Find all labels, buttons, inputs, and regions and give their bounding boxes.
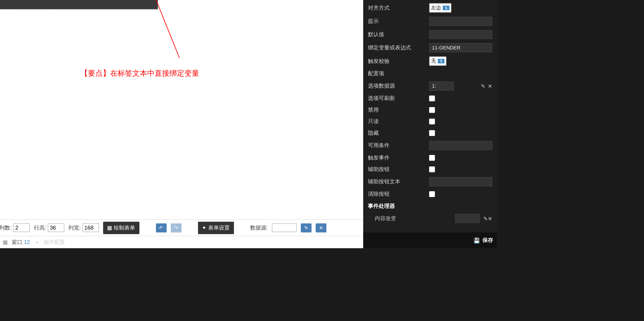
cols-input[interactable] (13, 223, 30, 232)
prop-cond-input[interactable] (429, 141, 492, 150)
prop-bind-label: 绑定变量或表达式 (368, 44, 426, 51)
prop-hidden-checkbox[interactable] (429, 130, 435, 136)
prop-hidden-label: 隐藏 (368, 129, 426, 137)
prop-readonly-label: 只读 (368, 118, 426, 125)
colw-label: 列宽: (68, 224, 80, 231)
prop-evt-checkbox[interactable] (429, 155, 435, 161)
prop-auxt-input[interactable] (429, 177, 492, 186)
prop-aux-label: 辅助按钮 (368, 166, 426, 173)
cols-label: 列数: (0, 224, 12, 231)
prop-bind-input[interactable] (429, 43, 492, 52)
prop-clear-label: 清除按钮 (368, 191, 426, 198)
delete-icon[interactable]: ✕ (488, 215, 492, 222)
form-toolbar: 行数: 列数: 行高: 列宽: ▦ 绘制表单 ↶ ↷ ✦ 表单设置 数据源: ✎… (0, 219, 363, 236)
svg-line-0 (147, 0, 180, 58)
prop-aux-checkbox[interactable] (429, 166, 435, 172)
crumb-config: 组件配置 (44, 238, 65, 246)
colw-input[interactable] (82, 223, 99, 232)
prop-optds-input[interactable] (429, 81, 454, 90)
undo-button[interactable]: ↶ (156, 223, 166, 232)
ds-edit-button[interactable]: ✎ (301, 223, 312, 232)
delete-icon[interactable]: ✕ (488, 83, 492, 89)
save-button[interactable]: 💾 保存 (363, 233, 497, 248)
event-change-input[interactable] (455, 214, 480, 223)
prop-trig-select[interactable]: 无⇅ (429, 56, 446, 66)
prop-auxt-label: 辅助按钮文本 (368, 178, 426, 186)
breadcrumb: ← 返回流程图 ▦ 窗口 12 → 组件配置 (0, 236, 363, 248)
form-canvas[interactable]: 姓名：@11-NAME@ ⛶ ▼ 学号：@11-STUDENT_NO@ 【要点】… (0, 0, 363, 219)
edit-icon[interactable]: ✎ (483, 215, 488, 222)
crumb-window[interactable]: 窗口 12 (12, 238, 30, 246)
prop-align-select[interactable]: 左边⇅ (429, 3, 451, 12)
rowh-label: 行高: (34, 224, 46, 231)
prop-disable-label: 禁用 (368, 106, 426, 114)
prop-default-input[interactable] (429, 30, 492, 39)
event-change-label: 内容改变 (375, 215, 396, 222)
prop-disable-checkbox[interactable] (429, 107, 435, 113)
main-area: 姓名：@11-NAME@ ⛶ ▼ 学号：@11-STUDENT_NO@ 【要点】… (0, 0, 363, 248)
redo-button[interactable]: ↷ (170, 223, 182, 232)
prop-evt-label: 触发事件 (368, 154, 426, 162)
prop-cfg-label: 配置项 (368, 70, 426, 77)
prop-optds-label: 选项数据源 (368, 82, 426, 90)
event-handlers-label: 事件处理器 (363, 200, 497, 212)
prop-hint-label: 提示 (368, 17, 426, 25)
prop-clear-checkbox[interactable] (429, 191, 435, 197)
form-settings-button[interactable]: ✦ 表单设置 (198, 222, 234, 234)
draw-form-button[interactable]: ▦ 绘制表单 (103, 222, 139, 234)
prop-hint-input[interactable] (429, 17, 492, 26)
ds-label: 数据源: (250, 224, 268, 231)
prop-trig-label: 触发校验 (368, 57, 426, 65)
edit-icon[interactable]: ✎ (481, 83, 485, 89)
ds-clear-button[interactable]: ✕ (316, 223, 326, 232)
prop-default-label: 默认值 (368, 31, 426, 38)
ds-input[interactable] (272, 223, 297, 232)
properties-panel: 📌 输入域设置 gender 类型select 数据类型字符串⇅ 数据格式化 对… (363, 0, 497, 248)
prop-refresh-checkbox[interactable] (429, 95, 435, 101)
prop-readonly-checkbox[interactable] (429, 119, 435, 124)
prop-refresh-label: 选项可刷新 (368, 95, 426, 102)
prop-align-label: 对齐方式 (368, 4, 426, 12)
rowh-input[interactable] (48, 223, 64, 232)
prop-cond-label: 可用条件 (368, 142, 426, 149)
annotation-note: 【要点】在标签文本中直接绑定变量 (80, 68, 200, 78)
annotation-arrow (0, 0, 208, 79)
